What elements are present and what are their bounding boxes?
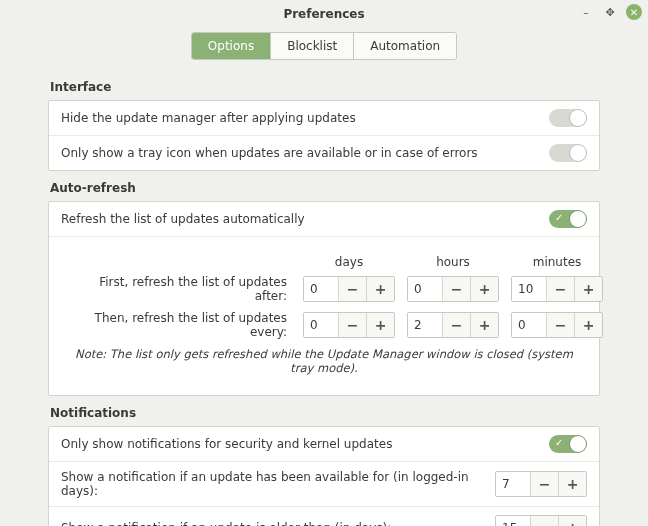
minimize-button[interactable]: – bbox=[578, 4, 594, 20]
tab-automation[interactable]: Automation bbox=[354, 33, 456, 59]
switch-hide-after-apply[interactable]: ✕ bbox=[549, 109, 587, 127]
spin-available-for[interactable]: 7 − + bbox=[495, 471, 587, 497]
spin-first-days[interactable]: 0 − + bbox=[303, 276, 395, 302]
row-hide-after-apply: Hide the update manager after applying u… bbox=[49, 101, 599, 136]
spin-increment[interactable]: + bbox=[470, 313, 498, 337]
row-available-for: Show a notification if an update has bee… bbox=[49, 462, 599, 507]
spin-value[interactable]: 0 bbox=[304, 277, 338, 301]
maximize-button[interactable]: ✥ bbox=[602, 4, 618, 20]
switch-auto-refresh[interactable]: ✓ bbox=[549, 210, 587, 228]
spin-increment[interactable]: + bbox=[558, 472, 586, 496]
spin-value[interactable]: 7 bbox=[496, 472, 530, 496]
section-header-notifications: Notifications bbox=[50, 406, 598, 420]
switch-on-icon: ✓ bbox=[555, 212, 563, 223]
switch-security-only[interactable]: ✓ bbox=[549, 435, 587, 453]
spin-decrement[interactable]: − bbox=[442, 313, 470, 337]
refresh-row-first: First, refresh the list of updates after… bbox=[75, 275, 573, 303]
switch-knob bbox=[570, 436, 586, 452]
minimize-icon: – bbox=[583, 6, 589, 19]
switch-knob bbox=[570, 211, 586, 227]
spin-older-than[interactable]: 15 − + bbox=[495, 515, 587, 526]
refresh-row-then: Then, refresh the list of updates every:… bbox=[75, 311, 573, 339]
close-button[interactable]: ✕ bbox=[626, 4, 642, 20]
header-minutes: minutes bbox=[511, 255, 603, 269]
spin-increment[interactable]: + bbox=[574, 313, 602, 337]
panel-auto-refresh: Refresh the list of updates automaticall… bbox=[48, 201, 600, 396]
row-security-only: Only show notifications for security and… bbox=[49, 427, 599, 462]
header-hours: hours bbox=[407, 255, 499, 269]
row-tray-only: Only show a tray icon when updates are a… bbox=[49, 136, 599, 170]
label-enable-auto-refresh: Refresh the list of updates automaticall… bbox=[61, 212, 549, 226]
spin-first-minutes[interactable]: 10 − + bbox=[511, 276, 603, 302]
switch-knob bbox=[570, 145, 586, 161]
row-older-than: Show a notification if an update is olde… bbox=[49, 507, 599, 526]
label-then-refresh: Then, refresh the list of updates every: bbox=[75, 311, 291, 339]
spin-value[interactable]: 0 bbox=[304, 313, 338, 337]
label-first-refresh: First, refresh the list of updates after… bbox=[75, 275, 291, 303]
spin-then-minutes[interactable]: 0 − + bbox=[511, 312, 603, 338]
switch-tray-only[interactable]: ✕ bbox=[549, 144, 587, 162]
spin-then-hours[interactable]: 2 − + bbox=[407, 312, 499, 338]
spin-decrement[interactable]: − bbox=[338, 313, 366, 337]
label-older-than: Show a notification if an update is olde… bbox=[61, 521, 495, 526]
spin-increment[interactable]: + bbox=[558, 516, 586, 526]
spin-first-hours[interactable]: 0 − + bbox=[407, 276, 499, 302]
spin-decrement[interactable]: − bbox=[546, 313, 574, 337]
maximize-icon: ✥ bbox=[605, 6, 614, 19]
spin-decrement[interactable]: − bbox=[338, 277, 366, 301]
spin-increment[interactable]: + bbox=[574, 277, 602, 301]
label-available-for: Show a notification if an update has bee… bbox=[61, 470, 495, 498]
panel-interface: Hide the update manager after applying u… bbox=[48, 100, 600, 171]
close-icon: ✕ bbox=[630, 7, 638, 18]
spin-value[interactable]: 10 bbox=[512, 277, 546, 301]
switch-on-icon: ✓ bbox=[555, 437, 563, 448]
unit-headers: days hours minutes bbox=[75, 255, 573, 269]
switch-knob bbox=[570, 110, 586, 126]
spin-decrement[interactable]: − bbox=[530, 472, 558, 496]
tab-blocklist[interactable]: Blocklist bbox=[271, 33, 354, 59]
section-header-interface: Interface bbox=[50, 80, 598, 94]
panel-notifications: Only show notifications for security and… bbox=[48, 426, 600, 526]
spin-value[interactable]: 0 bbox=[408, 277, 442, 301]
spin-decrement[interactable]: − bbox=[530, 516, 558, 526]
spin-increment[interactable]: + bbox=[366, 313, 394, 337]
spin-value[interactable]: 15 bbox=[496, 516, 530, 526]
content: Interface Hide the update manager after … bbox=[0, 70, 648, 526]
label-security-only: Only show notifications for security and… bbox=[61, 437, 549, 451]
row-refresh-grid: days hours minutes First, refresh the li… bbox=[49, 237, 599, 395]
row-enable-auto-refresh: Refresh the list of updates automaticall… bbox=[49, 202, 599, 237]
window-title: Preferences bbox=[283, 7, 364, 21]
spin-decrement[interactable]: − bbox=[546, 277, 574, 301]
spin-decrement[interactable]: − bbox=[442, 277, 470, 301]
label-tray-only: Only show a tray icon when updates are a… bbox=[61, 146, 549, 160]
header-days: days bbox=[303, 255, 395, 269]
label-hide-after-apply: Hide the update manager after applying u… bbox=[61, 111, 549, 125]
tab-bar: Options Blocklist Automation bbox=[0, 28, 648, 70]
spin-increment[interactable]: + bbox=[366, 277, 394, 301]
spin-value[interactable]: 2 bbox=[408, 313, 442, 337]
spin-increment[interactable]: + bbox=[470, 277, 498, 301]
window-controls: – ✥ ✕ bbox=[578, 4, 642, 20]
tab-options[interactable]: Options bbox=[192, 33, 271, 59]
auto-refresh-note: Note: The list only gets refreshed while… bbox=[75, 347, 573, 375]
section-header-auto-refresh: Auto-refresh bbox=[50, 181, 598, 195]
spin-then-days[interactable]: 0 − + bbox=[303, 312, 395, 338]
titlebar: Preferences – ✥ ✕ bbox=[0, 0, 648, 28]
spin-value[interactable]: 0 bbox=[512, 313, 546, 337]
